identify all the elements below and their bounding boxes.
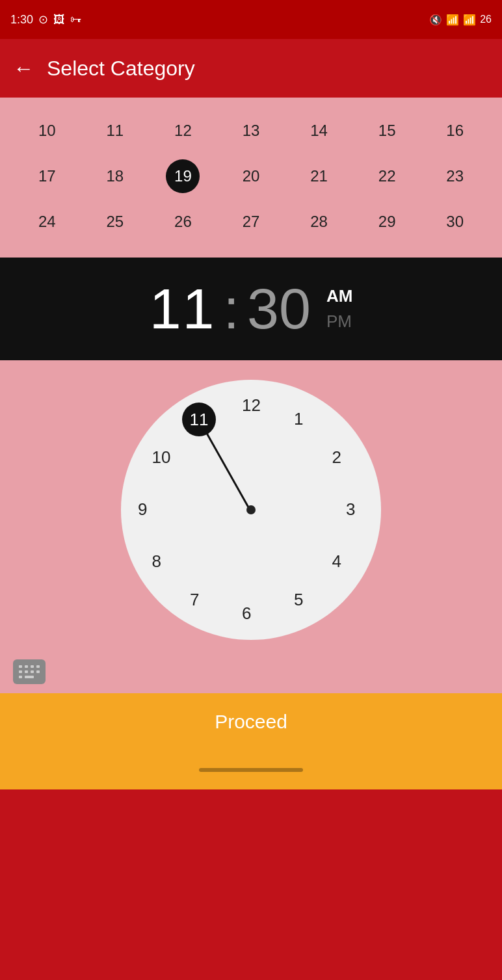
proceed-button[interactable]: Proceed: [0, 693, 502, 750]
wifi-icon: 📶: [446, 14, 459, 26]
battery-level: 26: [480, 14, 492, 25]
time-separator: :: [224, 276, 239, 342]
keyboard-toggle-button[interactable]: [13, 659, 46, 684]
calendar-grid: 1011121314151617181920212223242526272829…: [13, 108, 489, 245]
calendar-day[interactable]: 13: [217, 108, 285, 153]
app-bar: ← Select Category: [0, 39, 502, 98]
status-bar-left: 1:30 ⊙ 🖼 🗝: [10, 12, 82, 27]
time-hours[interactable]: 11: [150, 276, 216, 342]
clock-hour-number[interactable]: 4: [332, 551, 341, 572]
clock-hour-number[interactable]: 2: [332, 447, 341, 468]
keyboard-icon-grid: [19, 665, 40, 679]
calendar-day[interactable]: 19: [149, 153, 217, 199]
am-pm-selector[interactable]: AM PM: [326, 284, 352, 334]
calendar-day[interactable]: 12: [149, 108, 217, 153]
back-button[interactable]: ←: [13, 57, 34, 81]
mute-icon: 🔇: [429, 14, 442, 26]
status-bar-right: 🔇 📶 📶 26: [429, 14, 492, 26]
clock-face[interactable]: 121234567891011: [121, 380, 381, 640]
calendar-day[interactable]: 25: [81, 199, 150, 245]
calendar-day[interactable]: 29: [353, 199, 421, 245]
status-time: 1:30: [10, 13, 33, 27]
status-bar: 1:30 ⊙ 🖼 🗝 🔇 📶 📶 26: [0, 0, 502, 39]
clock-hour-number[interactable]: 3: [346, 499, 355, 520]
calendar-day[interactable]: 14: [285, 108, 353, 153]
pm-option[interactable]: PM: [326, 309, 352, 334]
alarm-icon: ⊙: [38, 12, 48, 27]
clock-hour-number[interactable]: 1: [294, 409, 303, 429]
image-icon: 🖼: [53, 13, 65, 27]
clock-center-dot: [246, 505, 256, 514]
calendar-day[interactable]: 10: [13, 108, 81, 153]
calendar-day[interactable]: 27: [217, 199, 285, 245]
calendar-day[interactable]: 26: [149, 199, 217, 245]
calendar-day[interactable]: 24: [13, 199, 81, 245]
calendar-day[interactable]: 11: [81, 108, 150, 153]
page-title: Select Category: [47, 57, 195, 81]
content-area: 1011121314151617181920212223242526272829…: [0, 98, 502, 789]
keyboard-area: [0, 653, 502, 691]
calendar-day[interactable]: 15: [353, 108, 421, 153]
proceed-label: Proceed: [215, 711, 287, 733]
bottom-bar: [0, 750, 502, 789]
clock-hour-number[interactable]: 10: [152, 447, 170, 468]
calendar-day[interactable]: 18: [81, 153, 150, 199]
calendar-day[interactable]: 17: [13, 153, 81, 199]
calendar-day[interactable]: 30: [421, 199, 489, 245]
time-section: 11 : 30 AM PM: [0, 258, 502, 360]
clock-hour-number[interactable]: 6: [242, 603, 251, 624]
clock-section: 121234567891011: [0, 360, 502, 653]
calendar-day[interactable]: 21: [285, 153, 353, 199]
key-icon: 🗝: [70, 13, 82, 27]
signal-icon: 📶: [463, 14, 476, 26]
clock-hour-number[interactable]: 9: [138, 499, 147, 520]
am-option[interactable]: AM: [326, 284, 352, 309]
clock-hour-number[interactable]: 8: [152, 551, 161, 572]
clock-hour-number[interactable]: 5: [294, 590, 303, 610]
calendar-day[interactable]: 23: [421, 153, 489, 199]
clock-hour-number[interactable]: 7: [190, 590, 199, 610]
calendar-section: 1011121314151617181920212223242526272829…: [0, 98, 502, 258]
time-minutes[interactable]: 30: [247, 276, 311, 342]
calendar-day[interactable]: 16: [421, 108, 489, 153]
calendar-day[interactable]: 22: [353, 153, 421, 199]
calendar-day[interactable]: 20: [217, 153, 285, 199]
home-indicator: [199, 768, 303, 772]
clock-hour-number[interactable]: 12: [242, 395, 261, 416]
calendar-day[interactable]: 28: [285, 199, 353, 245]
